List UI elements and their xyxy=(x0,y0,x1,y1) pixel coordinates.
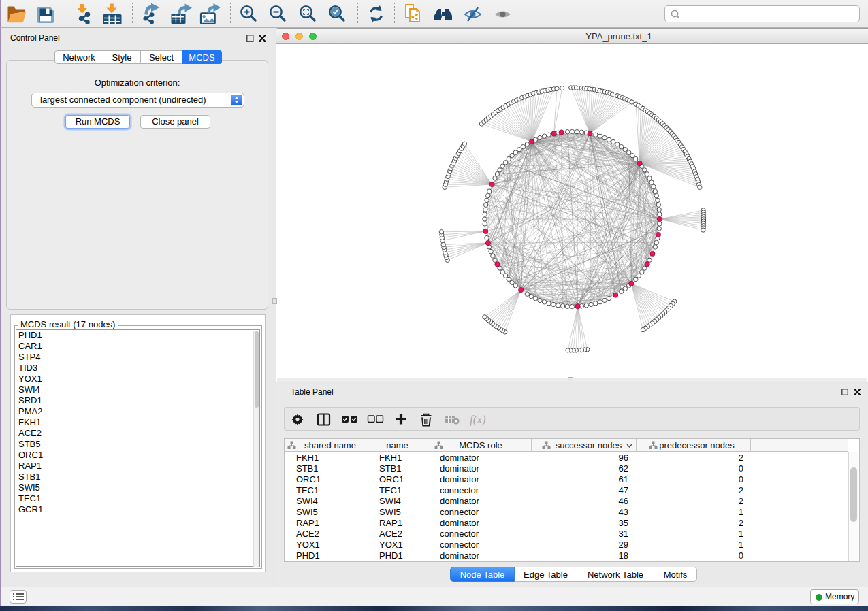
svg-text:f(x): f(x) xyxy=(470,413,486,426)
